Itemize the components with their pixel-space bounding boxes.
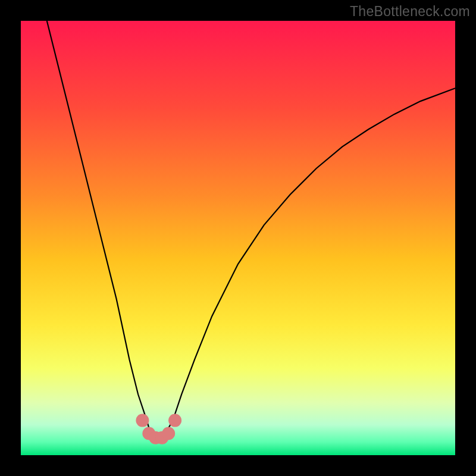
marker-dot: [168, 414, 181, 427]
marker-dot: [136, 414, 149, 427]
watermark-text: TheBottleneck.com: [350, 4, 470, 20]
marker-dot: [162, 427, 175, 440]
chart-frame: TheBottleneck.com: [0, 0, 476, 476]
plot-background: [21, 21, 455, 455]
bottleneck-chart: [0, 0, 476, 476]
